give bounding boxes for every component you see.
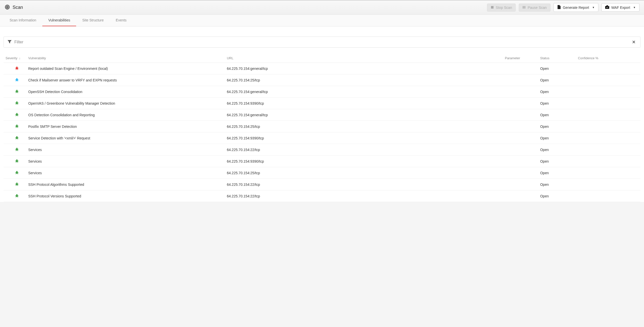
severity-cell: [6, 124, 28, 129]
svg-rect-3: [491, 6, 494, 9]
table-row[interactable]: OpenVAS / Greenbone Vulnerability Manage…: [4, 98, 640, 109]
svg-line-45: [18, 115, 18, 115]
col-confidence[interactable]: Confidence %: [578, 56, 638, 60]
sort-desc-icon: ↓: [19, 56, 20, 60]
svg-line-77: [18, 161, 18, 162]
svg-line-14: [16, 69, 16, 70]
svg-line-75: [18, 161, 18, 161]
table-row[interactable]: Postfix SMTP Server Detection64.225.70.1…: [4, 121, 640, 132]
status-cell: Open: [540, 101, 578, 105]
generate-report-button[interactable]: Generate Report ▼: [554, 3, 598, 12]
table-row[interactable]: Service Detection with '<xml/>' Request6…: [4, 132, 640, 144]
svg-line-51: [18, 126, 18, 126]
vulnerability-cell: Services: [28, 148, 227, 152]
tab-events[interactable]: Events: [110, 15, 133, 26]
svg-line-54: [16, 127, 16, 128]
col-parameter[interactable]: Parameter: [505, 56, 540, 60]
table-row[interactable]: OpenSSH Detection Consolidation64.225.70…: [4, 86, 640, 98]
svg-line-29: [18, 92, 18, 92]
svg-point-33: [16, 101, 18, 103]
table-row[interactable]: Services64.225.70.154:25/tcpOpen: [4, 167, 640, 179]
severity-cell: [6, 193, 28, 199]
svg-line-68: [15, 150, 16, 150]
svg-line-60: [15, 138, 16, 138]
col-vuln-label: Vulnerability: [28, 56, 46, 60]
url-cell: 64.225.70.154:general/tcp: [227, 67, 505, 71]
header-left: Scan: [5, 4, 23, 11]
svg-line-20: [15, 80, 16, 80]
vulnerability-cell: SSH Protocol Algorithms Supported: [28, 183, 227, 187]
status-cell: Open: [540, 113, 578, 117]
filter-input[interactable]: [14, 40, 631, 44]
table-row[interactable]: SSH Protocol Versions Supported64.225.70…: [4, 190, 640, 202]
filter-box[interactable]: ✕: [4, 37, 640, 48]
target-icon: [5, 4, 10, 11]
svg-line-91: [18, 184, 18, 184]
svg-line-66: [15, 149, 16, 150]
url-cell: 64.225.70.154:22/tcp: [227, 194, 505, 198]
vulnerability-cell: Postfix SMTP Server Detection: [28, 125, 227, 129]
svg-line-76: [15, 161, 16, 162]
svg-line-18: [15, 79, 16, 80]
pause-icon: [523, 6, 526, 10]
url-cell: 64.225.70.154:25/tcp: [227, 125, 505, 129]
table-row[interactable]: SSH Protocol Algorithms Supported64.225.…: [4, 179, 640, 190]
svg-line-67: [18, 149, 18, 150]
bug-icon: [15, 101, 19, 106]
bug-icon: [15, 170, 19, 175]
severity-cell: [6, 159, 28, 164]
waf-export-button[interactable]: WAF Export ▼: [601, 3, 639, 12]
close-icon[interactable]: ✕: [631, 39, 637, 45]
table-row[interactable]: Services64.225.70.154:22/tcpOpen: [4, 144, 640, 156]
svg-line-87: [17, 174, 18, 174]
bug-icon: [15, 182, 19, 187]
svg-line-101: [18, 196, 18, 196]
svg-line-82: [15, 172, 16, 173]
url-cell: 64.225.70.154:general/tcp: [227, 113, 505, 117]
col-url[interactable]: URL: [227, 56, 505, 60]
svg-rect-4: [523, 6, 524, 9]
bug-icon: [15, 147, 19, 152]
table-row[interactable]: OS Detection Consolidation and Reporting…: [4, 109, 640, 121]
status-cell: Open: [540, 90, 578, 94]
url-cell: 64.225.70.154:22/tcp: [227, 183, 505, 187]
status-cell: Open: [540, 78, 578, 82]
svg-point-97: [16, 194, 18, 195]
svg-point-9: [16, 67, 18, 68]
svg-point-49: [16, 125, 18, 126]
header-actions: Stop Scan Pause Scan Generate Report ▼ W…: [487, 3, 639, 12]
svg-line-63: [17, 139, 18, 139]
bug-icon: [15, 124, 19, 129]
status-cell: Open: [540, 171, 578, 175]
svg-line-85: [18, 173, 18, 173]
col-status[interactable]: Status: [540, 56, 578, 60]
tab-site-structure[interactable]: Site Structure: [76, 15, 110, 26]
svg-line-92: [15, 185, 16, 185]
vulnerability-cell: Services: [28, 171, 227, 175]
col-conf-label: Confidence %: [578, 56, 598, 60]
table-header: Severity ↓ Vulnerability URL Parameter S…: [4, 54, 640, 63]
tab-vulnerabilities[interactable]: Vulnerabilities: [42, 15, 76, 26]
table-row[interactable]: Services64.225.70.154:9390/tcpOpen: [4, 156, 640, 167]
pause-scan-button: Pause Scan: [519, 4, 550, 12]
svg-line-83: [18, 172, 18, 173]
svg-line-42: [15, 114, 16, 115]
status-cell: Open: [540, 67, 578, 71]
vulnerability-cell: SSH Protocol Versions Supported: [28, 194, 227, 198]
svg-line-47: [17, 116, 18, 116]
page-title: Scan: [13, 5, 23, 10]
col-severity-label: Severity: [6, 56, 17, 60]
tab-scan-information[interactable]: Scan Information: [4, 15, 42, 26]
url-cell: 64.225.70.154:25/tcp: [227, 78, 505, 82]
svg-line-74: [15, 161, 16, 161]
table-row[interactable]: Check if Mailserver answer to VRFY and E…: [4, 74, 640, 86]
table-row[interactable]: Report outdated Scan Engine / Environmen…: [4, 63, 640, 74]
svg-line-10: [15, 68, 16, 68]
svg-line-53: [18, 127, 18, 127]
stop-icon: [491, 6, 494, 10]
svg-point-73: [16, 159, 18, 161]
col-vulnerability[interactable]: Vulnerability: [28, 56, 227, 60]
document-icon: [557, 5, 561, 10]
svg-line-26: [15, 91, 16, 92]
col-severity[interactable]: Severity ↓: [6, 56, 28, 60]
